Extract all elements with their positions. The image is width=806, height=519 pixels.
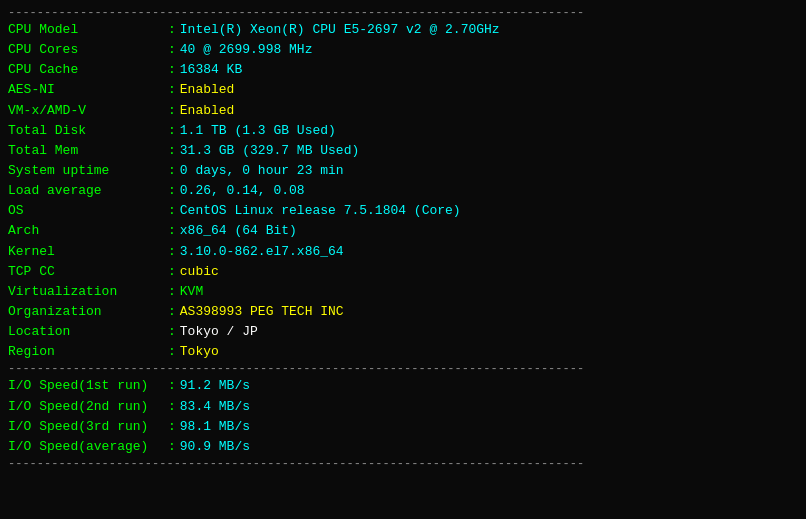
io-label: I/O Speed(3rd run)	[8, 417, 168, 437]
info-row: Virtualization: KVM	[8, 282, 798, 302]
io-label: I/O Speed(1st run)	[8, 376, 168, 396]
row-label: CPU Model	[8, 20, 168, 40]
io-label: I/O Speed(average)	[8, 437, 168, 457]
info-row: VM-x/AMD-V: Enabled	[8, 101, 798, 121]
row-label: OS	[8, 201, 168, 221]
info-row: Region: Tokyo	[8, 342, 798, 362]
row-label: System uptime	[8, 161, 168, 181]
row-colon: :	[168, 80, 176, 100]
info-row: Arch: x86_64 (64 Bit)	[8, 221, 798, 241]
row-label: Location	[8, 322, 168, 342]
row-value: 31.3 GB (329.7 MB Used)	[180, 141, 359, 161]
row-value: 1.1 TB (1.3 GB Used)	[180, 121, 336, 141]
row-value: KVM	[180, 282, 203, 302]
divider-top: ----------------------------------------…	[8, 6, 798, 20]
row-label: Total Mem	[8, 141, 168, 161]
row-colon: :	[168, 121, 176, 141]
row-colon: :	[168, 20, 176, 40]
row-colon: :	[168, 201, 176, 221]
row-value: 0.26, 0.14, 0.08	[180, 181, 305, 201]
row-label: CPU Cores	[8, 40, 168, 60]
io-section: I/O Speed(1st run): 91.2 MB/sI/O Speed(2…	[8, 376, 798, 457]
row-colon: :	[168, 302, 176, 322]
info-row: TCP CC: cubic	[8, 262, 798, 282]
row-value: Enabled	[180, 80, 235, 100]
io-colon: :	[168, 417, 176, 437]
info-row: CPU Cache: 16384 KB	[8, 60, 798, 80]
row-colon: :	[168, 342, 176, 362]
io-row: I/O Speed(2nd run): 83.4 MB/s	[8, 397, 798, 417]
row-value: 0 days, 0 hour 23 min	[180, 161, 344, 181]
io-label: I/O Speed(2nd run)	[8, 397, 168, 417]
info-row: OS: CentOS Linux release 7.5.1804 (Core)	[8, 201, 798, 221]
row-label: Virtualization	[8, 282, 168, 302]
io-row: I/O Speed(3rd run): 98.1 MB/s	[8, 417, 798, 437]
info-row: Location: Tokyo / JP	[8, 322, 798, 342]
divider-bottom: ----------------------------------------…	[8, 457, 798, 471]
row-value: Intel(R) Xeon(R) CPU E5-2697 v2 @ 2.70GH…	[180, 20, 500, 40]
row-colon: :	[168, 181, 176, 201]
row-colon: :	[168, 101, 176, 121]
row-label: Kernel	[8, 242, 168, 262]
row-value: Enabled	[180, 101, 235, 121]
io-value: 91.2 MB/s	[180, 376, 250, 396]
row-colon: :	[168, 161, 176, 181]
row-label: TCP CC	[8, 262, 168, 282]
row-label: Arch	[8, 221, 168, 241]
row-value: 16384 KB	[180, 60, 242, 80]
row-colon: :	[168, 282, 176, 302]
row-value: Tokyo / JP	[180, 322, 258, 342]
row-colon: :	[168, 221, 176, 241]
info-section: CPU Model: Intel(R) Xeon(R) CPU E5-2697 …	[8, 20, 798, 362]
row-colon: :	[168, 242, 176, 262]
io-colon: :	[168, 376, 176, 396]
io-colon: :	[168, 437, 176, 457]
info-row: Total Mem: 31.3 GB (329.7 MB Used)	[8, 141, 798, 161]
info-row: Load average: 0.26, 0.14, 0.08	[8, 181, 798, 201]
row-value: Tokyo	[180, 342, 219, 362]
io-value: 90.9 MB/s	[180, 437, 250, 457]
info-row: CPU Model: Intel(R) Xeon(R) CPU E5-2697 …	[8, 20, 798, 40]
io-row: I/O Speed(1st run): 91.2 MB/s	[8, 376, 798, 396]
row-label: Total Disk	[8, 121, 168, 141]
info-row: Total Disk: 1.1 TB (1.3 GB Used)	[8, 121, 798, 141]
row-value: x86_64 (64 Bit)	[180, 221, 297, 241]
row-colon: :	[168, 322, 176, 342]
row-label: Organization	[8, 302, 168, 322]
divider-middle: ----------------------------------------…	[8, 362, 798, 376]
row-colon: :	[168, 60, 176, 80]
row-label: CPU Cache	[8, 60, 168, 80]
row-label: Region	[8, 342, 168, 362]
row-label: Load average	[8, 181, 168, 201]
row-label: AES-NI	[8, 80, 168, 100]
row-value: CentOS Linux release 7.5.1804 (Core)	[180, 201, 461, 221]
io-colon: :	[168, 397, 176, 417]
io-value: 83.4 MB/s	[180, 397, 250, 417]
row-colon: :	[168, 40, 176, 60]
row-label: VM-x/AMD-V	[8, 101, 168, 121]
io-row: I/O Speed(average): 90.9 MB/s	[8, 437, 798, 457]
terminal-window: ----------------------------------------…	[0, 0, 806, 477]
row-value: 3.10.0-862.el7.x86_64	[180, 242, 344, 262]
row-value: 40 @ 2699.998 MHz	[180, 40, 313, 60]
io-value: 98.1 MB/s	[180, 417, 250, 437]
info-row: System uptime: 0 days, 0 hour 23 min	[8, 161, 798, 181]
info-row: CPU Cores: 40 @ 2699.998 MHz	[8, 40, 798, 60]
row-colon: :	[168, 262, 176, 282]
row-value: AS398993 PEG TECH INC	[180, 302, 344, 322]
info-row: Kernel: 3.10.0-862.el7.x86_64	[8, 242, 798, 262]
info-row: AES-NI: Enabled	[8, 80, 798, 100]
row-value: cubic	[180, 262, 219, 282]
info-row: Organization: AS398993 PEG TECH INC	[8, 302, 798, 322]
row-colon: :	[168, 141, 176, 161]
